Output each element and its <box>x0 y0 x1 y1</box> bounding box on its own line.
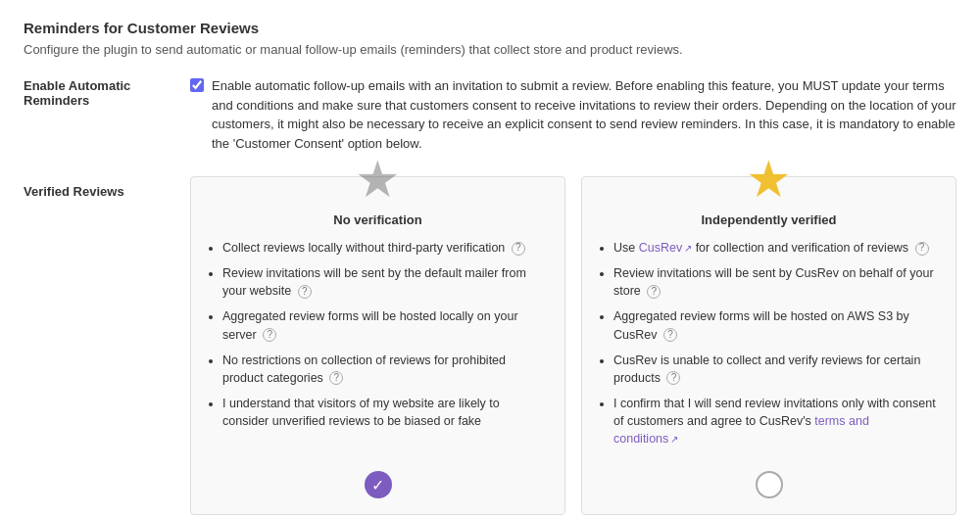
terms-link[interactable]: terms and conditions <box>613 414 869 446</box>
help-icon[interactable]: ? <box>666 371 680 385</box>
help-icon[interactable]: ? <box>329 371 343 385</box>
help-icon[interactable]: ? <box>263 328 276 342</box>
list-item: Aggregated review forms will be hosted o… <box>613 307 936 343</box>
no-verification-star: ★ <box>355 154 401 205</box>
external-link-icon: ↗ <box>684 243 692 254</box>
verification-cards: ★ No verification Collect reviews locall… <box>190 176 956 515</box>
list-item: Review invitations will be sent by CusRe… <box>613 264 936 300</box>
no-verification-card[interactable]: ★ No verification Collect reviews locall… <box>190 176 565 515</box>
list-item: Review invitations will be sent by the d… <box>222 264 545 300</box>
list-item: I understand that visitors of my website… <box>222 395 545 430</box>
no-verification-list: Collect reviews locally without third-pa… <box>191 239 564 455</box>
list-item: Use CusRev↗ for collection and verificat… <box>613 239 936 257</box>
verified-reviews-label: Verified Reviews <box>24 176 190 199</box>
external-link-icon-2: ↗ <box>670 434 678 445</box>
radio-checked-icon[interactable]: ✓ <box>365 471 392 498</box>
auto-reminders-checkbox[interactable] <box>190 78 204 92</box>
independently-verified-radio[interactable] <box>756 471 783 498</box>
page-subtitle: Configure the plugin to send automatic o… <box>24 42 956 57</box>
page-title: Reminders for Customer Reviews <box>24 20 956 36</box>
no-verification-radio[interactable]: ✓ <box>365 471 392 498</box>
help-icon[interactable]: ? <box>512 242 525 256</box>
radio-unchecked-icon[interactable] <box>756 471 783 498</box>
list-item: CusRev is unable to collect and verify r… <box>613 352 936 387</box>
help-icon[interactable]: ? <box>915 242 929 256</box>
list-item: Collect reviews locally without third-pa… <box>222 239 545 257</box>
list-item: Aggregated review forms will be hosted l… <box>222 307 545 343</box>
no-verification-title: No verification <box>333 212 421 227</box>
auto-reminders-label: Enable Automatic Reminders <box>24 76 190 108</box>
help-icon[interactable]: ? <box>647 285 661 299</box>
list-item: No restrictions on collection of reviews… <box>222 352 545 387</box>
cusrev-link[interactable]: CusRev <box>639 241 682 255</box>
help-icon[interactable]: ? <box>663 328 677 342</box>
list-item: I confirm that I will send review invita… <box>613 395 936 447</box>
independently-verified-title: Independently verified <box>702 212 837 227</box>
independently-verified-list: Use CusRev↗ for collection and verificat… <box>582 239 956 455</box>
help-icon[interactable]: ? <box>298 285 312 299</box>
independently-verified-star: ★ <box>746 154 792 205</box>
auto-reminders-description: Enable automatic follow-up emails with a… <box>212 76 956 153</box>
independently-verified-card[interactable]: ★ Independently verified Use CusRev↗ for… <box>581 176 956 515</box>
